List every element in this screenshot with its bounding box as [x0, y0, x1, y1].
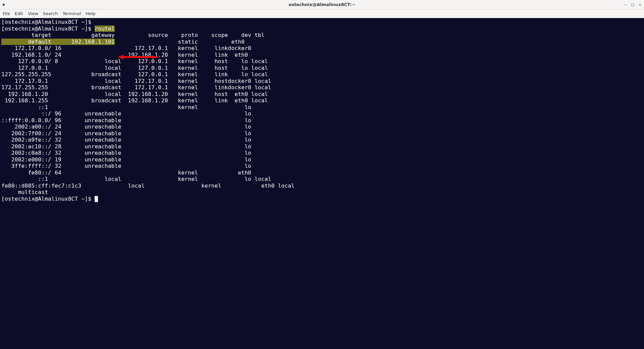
route-row: ::/ 96 unreachable lo	[1, 110, 251, 117]
prompt-line-empty: [ostechnix@Almalinux8CT ~]$	[1, 19, 95, 25]
close-button[interactable]: ×	[639, 2, 641, 7]
route-row: 172.17.0.1 local 172.17.0.1 kernel hostd…	[1, 78, 271, 84]
route-row: 127.0.0.1 local 127.0.0.1 kernel host lo…	[1, 65, 268, 71]
app-indicator-icon	[3, 4, 5, 6]
default-rest: static eth0	[115, 39, 245, 45]
default-target: default	[1, 39, 51, 45]
route-row: 172.17.0.0/ 16 172.17.0.1 kernel linkdoc…	[1, 45, 251, 51]
window-title: ostechnix@Almalinux8CT:~	[288, 2, 355, 7]
route-row: ::1 kernel lo	[1, 104, 251, 110]
menu-help[interactable]: Help	[86, 11, 96, 16]
menu-view[interactable]: View	[28, 11, 38, 16]
route-row: 192.168.1.255 broadcast 192.168.1.20 ker…	[1, 97, 268, 104]
window-controls: – □ ×	[624, 2, 641, 7]
route-row: 192.168.1.0/ 24 192.168.1.20 kernel link…	[1, 52, 248, 58]
menu-bar: File Edit View Search Terminal Help	[0, 9, 644, 18]
menu-terminal[interactable]: Terminal	[62, 11, 81, 16]
terminal-cursor	[95, 196, 98, 202]
prompt-line-cmd: [ostechnix@Almalinux8CT ~]$ routel	[1, 26, 115, 32]
route-row: 192.168.1.20 local 192.168.1.20 kernel h…	[1, 91, 268, 97]
route-row: 2002:ac10::/ 28 unreachable lo	[1, 143, 251, 150]
route-row: 2002:a9fe::/ 32 unreachable lo	[1, 137, 251, 143]
menu-file[interactable]: File	[3, 11, 10, 16]
terminal-area[interactable]: [ostechnix@Almalinux8CT ~]$ [ostechnix@A…	[0, 18, 644, 349]
route-row: 127.0.0.0/ 8 local 127.0.0.1 kernel host…	[1, 58, 268, 64]
route-row: ::1 local kernel lo local	[1, 176, 271, 182]
prompt-line-final: [ostechnix@Almalinux8CT ~]$	[1, 196, 98, 202]
route-row: ::ffff:0.0.0.0/ 96 unreachable lo	[1, 117, 251, 123]
route-row: 3ffe:ffff::/ 32 unreachable lo	[1, 163, 251, 169]
route-row: 2002:e000::/ 19 unreachable lo	[1, 156, 251, 163]
route-default-row: default 192.168.1.101 static eth0	[1, 39, 245, 45]
route-row: 127.255.255.255 broadcast 127.0.0.1 kern…	[1, 71, 268, 78]
route-row: fe80::d085:cff:fec7:c1c3 local kernel et…	[1, 183, 294, 189]
route-row: 2002:a00::/ 24 unreachable lo	[1, 123, 251, 130]
prompt-text: [ostechnix@Almalinux8CT ~]$	[1, 26, 95, 32]
minimize-button[interactable]: –	[624, 2, 627, 7]
command-highlight: routel	[95, 26, 115, 32]
default-gateway: 192.168.1.101	[51, 39, 115, 45]
route-header: target gateway source proto scope dev tb…	[1, 32, 265, 38]
route-row: 172.17.255.255 broadcast 172.17.0.1 kern…	[1, 84, 271, 91]
maximize-button[interactable]: □	[631, 2, 634, 7]
menu-search[interactable]: Search	[43, 11, 58, 16]
route-row: 2002:c0a8::/ 32 unreachable lo	[1, 150, 251, 156]
route-row: fe80::/ 64 kernel eth0	[1, 169, 251, 176]
window-titlebar: ostechnix@Almalinux8CT:~ – □ ×	[0, 0, 644, 9]
titlebar-left	[3, 4, 5, 6]
menu-edit[interactable]: Edit	[15, 11, 23, 16]
prompt-text-final: [ostechnix@Almalinux8CT ~]$	[1, 196, 95, 202]
route-row: 2002:7f00::/ 24 unreachable lo	[1, 130, 251, 137]
route-row: multicast	[1, 189, 48, 195]
